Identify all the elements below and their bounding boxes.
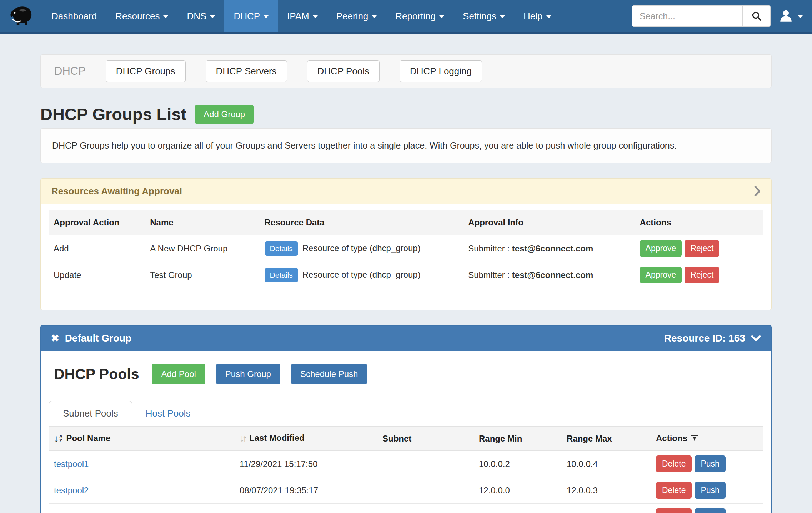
submitter-email: test@6connect.com xyxy=(512,270,593,280)
range-min-cell: 12.0.0.0 xyxy=(474,477,562,504)
nav-label: Settings xyxy=(463,11,496,22)
nav-label: DHCP xyxy=(234,11,260,22)
approval-panel-body: Approval Action Name Resource Data Appro… xyxy=(41,204,771,310)
top-navbar: Dashboard Resources DNS DHCP IPAM Peerin… xyxy=(0,0,812,34)
push-button[interactable]: Push xyxy=(695,455,725,472)
pool-tabs: Subnet Pools Host Pools xyxy=(49,401,763,426)
dhcp-subnav: DHCP DHCP Groups DHCP Servers DHCP Pools… xyxy=(40,54,772,88)
group-title: Default Group xyxy=(65,333,132,344)
approval-panel: Resources Awaiting Approval Approval Act… xyxy=(40,178,772,310)
resource-id-toggle[interactable]: Resource ID: 163 xyxy=(664,333,761,344)
schedule-push-button[interactable]: Schedule Push xyxy=(291,364,367,384)
pool-actions-cell: Delete Push xyxy=(651,504,763,513)
tab-subnet-pools[interactable]: Subnet Pools xyxy=(49,401,132,426)
nav-label: Peering xyxy=(336,11,369,22)
nav-item-dhcp[interactable]: DHCP xyxy=(224,0,278,32)
details-button[interactable]: Details xyxy=(265,268,298,282)
caret-down-icon xyxy=(210,15,215,18)
col-pool-name[interactable]: ↓AZPool Name xyxy=(49,427,235,451)
subnet-cell xyxy=(377,504,474,513)
approval-info-cell: Submitter : test@6connect.com xyxy=(463,235,635,262)
col-approval-action: Approval Action xyxy=(49,210,145,235)
dhcp-logging-button[interactable]: DHCP Logging xyxy=(400,60,482,82)
pools-table-header-row: ↓AZPool Name ↓↑Last Modified Subnet Rang… xyxy=(49,427,763,451)
approval-name-cell: Test Group xyxy=(145,262,259,288)
pool-name-cell xyxy=(49,504,235,513)
subnet-cell xyxy=(377,477,474,504)
details-button[interactable]: Details xyxy=(265,241,298,256)
mammoth-logo[interactable] xyxy=(0,0,42,32)
pool-row: testpool1 11/29/2021 15:17:50 10.0.0.2 1… xyxy=(49,451,763,477)
sort-icon[interactable]: ↓↑ xyxy=(240,433,245,444)
approve-button[interactable]: Approve xyxy=(640,267,682,283)
caret-down-icon xyxy=(313,15,318,18)
close-icon[interactable]: ✖ xyxy=(51,334,59,343)
nav-item-dns[interactable]: DNS xyxy=(177,0,224,32)
col-label: Last Modified xyxy=(249,433,305,443)
reject-button[interactable]: Reject xyxy=(685,240,719,257)
add-group-button[interactable]: Add Group xyxy=(195,105,254,124)
main-nav: Dashboard Resources DNS DHCP IPAM Peerin… xyxy=(42,0,561,32)
col-name: Name xyxy=(145,210,259,235)
range-max-cell xyxy=(562,504,651,513)
col-actions: Actions xyxy=(635,210,763,235)
delete-button[interactable]: Delete xyxy=(656,508,692,513)
dhcp-groups-button[interactable]: DHCP Groups xyxy=(106,60,186,82)
approval-panel-title: Resources Awaiting Approval xyxy=(51,186,182,197)
chevron-right-icon[interactable] xyxy=(754,185,761,197)
pool-actions-cell: Delete Push xyxy=(651,451,763,477)
push-button[interactable]: Push xyxy=(695,508,725,513)
filter-icon[interactable] xyxy=(691,434,698,444)
resource-type-text: Resource of type (dhcp_group) xyxy=(302,243,421,253)
dhcp-pools-button[interactable]: DHCP Pools xyxy=(307,60,380,82)
dhcp-servers-button[interactable]: DHCP Servers xyxy=(206,60,287,82)
pool-link[interactable]: testpool2 xyxy=(54,485,89,495)
delete-button[interactable]: Delete xyxy=(656,455,692,472)
col-label: Pool Name xyxy=(66,433,110,443)
col-approval-info: Approval Info xyxy=(463,210,635,235)
user-icon xyxy=(778,9,793,24)
caret-down-icon xyxy=(546,15,551,18)
chevron-down-icon xyxy=(751,335,761,342)
sort-alpha-icon[interactable]: ↓AZ xyxy=(54,434,62,444)
page-title: DHCP Groups List xyxy=(40,104,186,124)
nav-right-tools xyxy=(632,5,803,27)
user-menu[interactable] xyxy=(778,9,803,24)
group-panel-body: DHCP Pools Add Pool Push Group Schedule … xyxy=(41,351,771,513)
pool-link[interactable]: testpool1 xyxy=(54,459,89,469)
delete-button[interactable]: Delete xyxy=(656,482,692,499)
subnav-title: DHCP xyxy=(54,65,86,78)
tab-host-pools[interactable]: Host Pools xyxy=(132,401,204,426)
nav-label: Dashboard xyxy=(51,11,97,22)
col-last-modified[interactable]: ↓↑Last Modified xyxy=(235,427,377,451)
reject-button[interactable]: Reject xyxy=(685,267,719,283)
approve-button[interactable]: Approve xyxy=(640,240,682,257)
nav-item-help[interactable]: Help xyxy=(514,0,560,32)
search-input[interactable] xyxy=(632,6,742,26)
approval-action-cell: Add xyxy=(49,235,145,262)
nav-label: Help xyxy=(523,11,542,22)
approval-actions-cell: Approve Reject xyxy=(635,235,763,262)
col-range-min: Range Min xyxy=(474,427,562,451)
nav-item-reporting[interactable]: Reporting xyxy=(386,0,453,32)
approval-row: Update Test Group DetailsResource of typ… xyxy=(49,262,763,288)
nav-item-ipam[interactable]: IPAM xyxy=(278,0,327,32)
push-group-button[interactable]: Push Group xyxy=(216,364,280,384)
add-pool-button[interactable]: Add Pool xyxy=(152,364,205,384)
nav-item-settings[interactable]: Settings xyxy=(453,0,514,32)
default-group-panel: ✖ Default Group Resource ID: 163 DHCP Po… xyxy=(40,325,772,513)
search-button[interactable] xyxy=(742,6,770,26)
nav-item-dashboard[interactable]: Dashboard xyxy=(42,0,106,32)
submitter-label: Submitter : xyxy=(468,270,510,280)
nav-item-resources[interactable]: Resources xyxy=(106,0,177,32)
resource-data-cell: DetailsResource of type (dhcp_group) xyxy=(260,262,463,288)
resource-id-text: Resource ID: 163 xyxy=(664,333,745,344)
col-resource-data: Resource Data xyxy=(260,210,463,235)
approval-panel-header[interactable]: Resources Awaiting Approval xyxy=(41,179,771,204)
push-button[interactable]: Push xyxy=(695,482,725,499)
nav-item-peering[interactable]: Peering xyxy=(327,0,386,32)
nav-label: Resources xyxy=(115,11,160,22)
submitter-email: test@6connect.com xyxy=(512,244,593,253)
caret-down-icon xyxy=(439,15,444,18)
last-modified-cell: 08/07/2021 19:35:17 xyxy=(235,477,377,504)
